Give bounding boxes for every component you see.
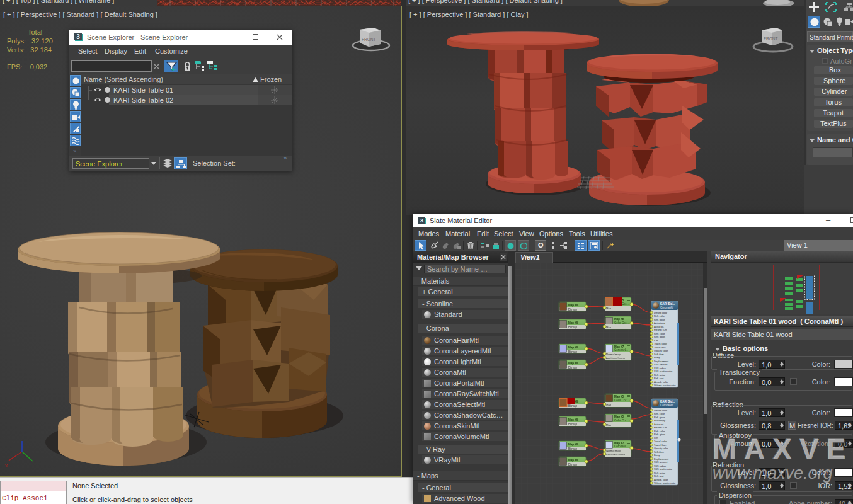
svg-text:FRONT: FRONT — [362, 37, 375, 42]
svg-text:x: x — [5, 462, 8, 469]
svg-text:3: 3 — [76, 33, 80, 40]
svg-text:3: 3 — [420, 217, 423, 224]
svg-text:FRONT: FRONT — [764, 37, 777, 41]
